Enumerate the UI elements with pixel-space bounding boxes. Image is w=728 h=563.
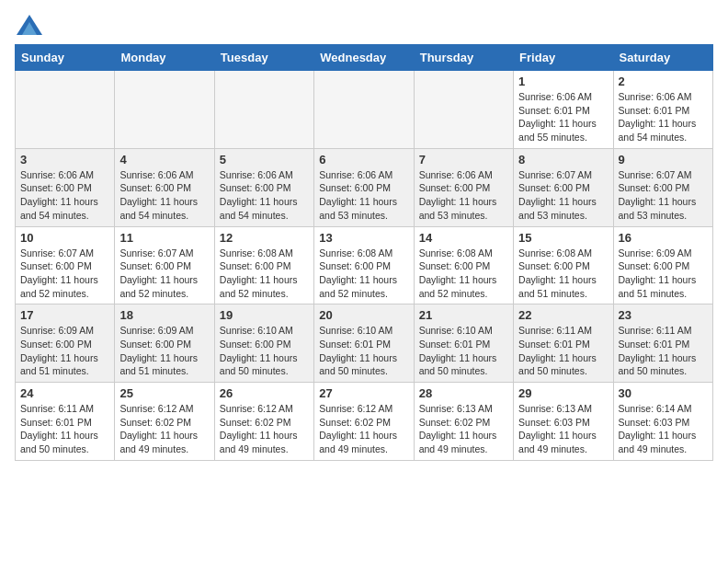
calendar-week-row: 17Sunrise: 6:09 AMSunset: 6:00 PMDayligh… bbox=[16, 304, 713, 383]
calendar-cell: 29Sunrise: 6:13 AMSunset: 6:03 PMDayligh… bbox=[514, 383, 613, 461]
calendar-cell: 25Sunrise: 6:12 AMSunset: 6:02 PMDayligh… bbox=[115, 383, 214, 461]
day-number: 8 bbox=[518, 153, 608, 167]
day-number: 15 bbox=[518, 231, 608, 245]
calendar-cell: 7Sunrise: 6:06 AMSunset: 6:00 PMDaylight… bbox=[414, 148, 513, 226]
day-number: 9 bbox=[619, 153, 708, 167]
day-number: 3 bbox=[20, 153, 109, 167]
calendar-week-row: 10Sunrise: 6:07 AMSunset: 6:00 PMDayligh… bbox=[16, 226, 713, 304]
day-number: 25 bbox=[119, 386, 209, 400]
calendar-cell: 5Sunrise: 6:06 AMSunset: 6:00 PMDaylight… bbox=[214, 148, 313, 226]
calendar-cell: 27Sunrise: 6:12 AMSunset: 6:02 PMDayligh… bbox=[314, 383, 414, 461]
calendar-cell: 19Sunrise: 6:10 AMSunset: 6:00 PMDayligh… bbox=[214, 304, 313, 383]
cell-info: Sunrise: 6:07 AMSunset: 6:00 PMDaylight:… bbox=[518, 168, 608, 223]
day-number: 1 bbox=[518, 75, 608, 88]
cell-info: Sunrise: 6:11 AMSunset: 6:01 PMDaylight:… bbox=[20, 402, 109, 456]
cell-info: Sunrise: 6:10 AMSunset: 6:01 PMDaylight:… bbox=[319, 324, 408, 378]
day-number: 7 bbox=[419, 153, 508, 167]
cell-info: Sunrise: 6:11 AMSunset: 6:01 PMDaylight:… bbox=[619, 324, 708, 378]
logo bbox=[15, 15, 44, 35]
calendar-cell: 9Sunrise: 6:07 AMSunset: 6:00 PMDaylight… bbox=[613, 148, 712, 226]
day-number: 10 bbox=[20, 231, 109, 245]
cell-info: Sunrise: 6:06 AMSunset: 6:00 PMDaylight:… bbox=[220, 168, 309, 223]
calendar-cell: 24Sunrise: 6:11 AMSunset: 6:01 PMDayligh… bbox=[16, 383, 115, 461]
day-number: 30 bbox=[619, 386, 708, 400]
cell-info: Sunrise: 6:12 AMSunset: 6:02 PMDaylight:… bbox=[220, 402, 309, 456]
cell-info: Sunrise: 6:11 AMSunset: 6:01 PMDaylight:… bbox=[518, 324, 608, 378]
logo-icon bbox=[17, 15, 42, 35]
cell-info: Sunrise: 6:07 AMSunset: 6:00 PMDaylight:… bbox=[20, 247, 109, 301]
calendar-cell: 6Sunrise: 6:06 AMSunset: 6:00 PMDaylight… bbox=[314, 148, 414, 226]
calendar-cell bbox=[214, 71, 313, 149]
calendar-cell: 1Sunrise: 6:06 AMSunset: 6:01 PMDaylight… bbox=[514, 71, 613, 149]
cell-info: Sunrise: 6:10 AMSunset: 6:00 PMDaylight:… bbox=[220, 324, 309, 378]
day-number: 4 bbox=[119, 153, 209, 167]
calendar-cell bbox=[16, 71, 115, 149]
day-number: 13 bbox=[319, 231, 408, 245]
col-header-tuesday: Tuesday bbox=[214, 45, 313, 71]
calendar-cell: 12Sunrise: 6:08 AMSunset: 6:00 PMDayligh… bbox=[214, 226, 313, 304]
cell-info: Sunrise: 6:06 AMSunset: 6:00 PMDaylight:… bbox=[419, 168, 508, 223]
calendar-cell: 30Sunrise: 6:14 AMSunset: 6:03 PMDayligh… bbox=[613, 383, 712, 461]
calendar-cell bbox=[414, 71, 513, 149]
cell-info: Sunrise: 6:13 AMSunset: 6:02 PMDaylight:… bbox=[419, 402, 508, 456]
calendar-cell: 15Sunrise: 6:08 AMSunset: 6:00 PMDayligh… bbox=[514, 226, 613, 304]
calendar-cell bbox=[115, 71, 214, 149]
logo-text bbox=[15, 15, 44, 35]
calendar-week-row: 24Sunrise: 6:11 AMSunset: 6:01 PMDayligh… bbox=[16, 383, 713, 461]
cell-info: Sunrise: 6:08 AMSunset: 6:00 PMDaylight:… bbox=[518, 247, 608, 301]
cell-info: Sunrise: 6:12 AMSunset: 6:02 PMDaylight:… bbox=[319, 402, 408, 456]
calendar-cell: 10Sunrise: 6:07 AMSunset: 6:00 PMDayligh… bbox=[16, 226, 115, 304]
day-number: 23 bbox=[619, 308, 708, 322]
day-number: 28 bbox=[419, 386, 508, 400]
col-header-friday: Friday bbox=[514, 45, 613, 71]
calendar-cell: 3Sunrise: 6:06 AMSunset: 6:00 PMDaylight… bbox=[16, 148, 115, 226]
cell-info: Sunrise: 6:09 AMSunset: 6:00 PMDaylight:… bbox=[119, 324, 209, 378]
calendar-week-row: 3Sunrise: 6:06 AMSunset: 6:00 PMDaylight… bbox=[16, 148, 713, 226]
calendar-cell: 28Sunrise: 6:13 AMSunset: 6:02 PMDayligh… bbox=[414, 383, 513, 461]
cell-info: Sunrise: 6:08 AMSunset: 6:00 PMDaylight:… bbox=[419, 247, 508, 301]
day-number: 11 bbox=[119, 231, 209, 245]
day-number: 16 bbox=[619, 231, 708, 245]
cell-info: Sunrise: 6:06 AMSunset: 6:01 PMDaylight:… bbox=[518, 90, 608, 144]
cell-info: Sunrise: 6:14 AMSunset: 6:03 PMDaylight:… bbox=[619, 402, 708, 456]
day-number: 5 bbox=[220, 153, 309, 167]
calendar-cell: 14Sunrise: 6:08 AMSunset: 6:00 PMDayligh… bbox=[414, 226, 513, 304]
cell-info: Sunrise: 6:09 AMSunset: 6:00 PMDaylight:… bbox=[20, 324, 109, 378]
header bbox=[15, 15, 713, 35]
day-number: 29 bbox=[518, 386, 608, 400]
calendar: SundayMondayTuesdayWednesdayThursdayFrid… bbox=[15, 44, 713, 461]
cell-info: Sunrise: 6:07 AMSunset: 6:00 PMDaylight:… bbox=[619, 168, 708, 223]
calendar-cell: 23Sunrise: 6:11 AMSunset: 6:01 PMDayligh… bbox=[613, 304, 712, 383]
calendar-cell: 11Sunrise: 6:07 AMSunset: 6:00 PMDayligh… bbox=[115, 226, 214, 304]
day-number: 24 bbox=[20, 386, 109, 400]
col-header-thursday: Thursday bbox=[414, 45, 513, 71]
calendar-cell: 16Sunrise: 6:09 AMSunset: 6:00 PMDayligh… bbox=[613, 226, 712, 304]
calendar-cell bbox=[314, 71, 414, 149]
cell-info: Sunrise: 6:12 AMSunset: 6:02 PMDaylight:… bbox=[119, 402, 209, 456]
day-number: 18 bbox=[119, 308, 209, 322]
day-number: 22 bbox=[518, 308, 608, 322]
day-number: 26 bbox=[220, 386, 309, 400]
calendar-cell: 21Sunrise: 6:10 AMSunset: 6:01 PMDayligh… bbox=[414, 304, 513, 383]
day-number: 2 bbox=[619, 75, 708, 88]
page: SundayMondayTuesdayWednesdayThursdayFrid… bbox=[0, 0, 728, 476]
day-number: 14 bbox=[419, 231, 508, 245]
cell-info: Sunrise: 6:06 AMSunset: 6:01 PMDaylight:… bbox=[619, 90, 708, 144]
calendar-week-row: 1Sunrise: 6:06 AMSunset: 6:01 PMDaylight… bbox=[16, 71, 713, 149]
col-header-sunday: Sunday bbox=[16, 45, 115, 71]
col-header-monday: Monday bbox=[115, 45, 214, 71]
day-number: 20 bbox=[319, 308, 408, 322]
cell-info: Sunrise: 6:08 AMSunset: 6:00 PMDaylight:… bbox=[319, 247, 408, 301]
calendar-cell: 18Sunrise: 6:09 AMSunset: 6:00 PMDayligh… bbox=[115, 304, 214, 383]
calendar-cell: 2Sunrise: 6:06 AMSunset: 6:01 PMDaylight… bbox=[613, 71, 712, 149]
calendar-cell: 26Sunrise: 6:12 AMSunset: 6:02 PMDayligh… bbox=[214, 383, 313, 461]
calendar-cell: 8Sunrise: 6:07 AMSunset: 6:00 PMDaylight… bbox=[514, 148, 613, 226]
calendar-cell: 13Sunrise: 6:08 AMSunset: 6:00 PMDayligh… bbox=[314, 226, 414, 304]
cell-info: Sunrise: 6:06 AMSunset: 6:00 PMDaylight:… bbox=[319, 168, 408, 223]
cell-info: Sunrise: 6:09 AMSunset: 6:00 PMDaylight:… bbox=[619, 247, 708, 301]
day-number: 17 bbox=[20, 308, 109, 322]
calendar-cell: 20Sunrise: 6:10 AMSunset: 6:01 PMDayligh… bbox=[314, 304, 414, 383]
cell-info: Sunrise: 6:06 AMSunset: 6:00 PMDaylight:… bbox=[20, 168, 109, 223]
cell-info: Sunrise: 6:06 AMSunset: 6:00 PMDaylight:… bbox=[119, 168, 209, 223]
day-number: 27 bbox=[319, 386, 408, 400]
